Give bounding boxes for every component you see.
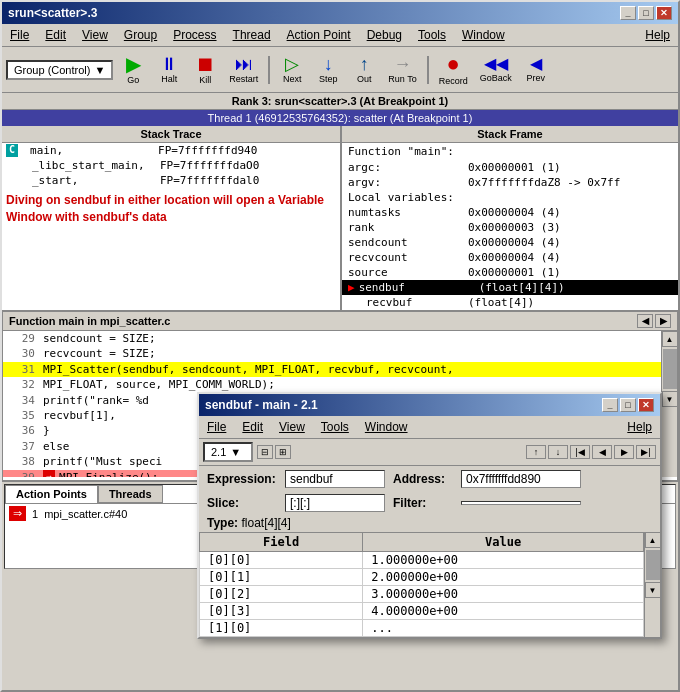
kill-icon: ⏹ — [195, 54, 215, 74]
filter-input[interactable] — [461, 501, 581, 505]
menu-process[interactable]: Process — [169, 26, 220, 44]
maximize-button[interactable]: □ — [638, 6, 654, 20]
prev-label: Prev — [526, 73, 545, 83]
menu-window[interactable]: Window — [458, 26, 509, 44]
menu-view[interactable]: View — [78, 26, 112, 44]
ap-location: mpi_scatter.c#40 — [44, 508, 127, 520]
menu-thread[interactable]: Thread — [229, 26, 275, 44]
menu-group[interactable]: Group — [120, 26, 161, 44]
scroll-down-btn[interactable]: ▼ — [662, 391, 678, 407]
sub-minimize-button[interactable]: _ — [602, 398, 618, 412]
sub-menu-view[interactable]: View — [275, 418, 309, 436]
annotation-box: Diving on sendbuf in either location wil… — [2, 188, 340, 230]
frame-sendcount: sendcount 0x00000004 (4) — [342, 235, 678, 250]
ap-number: 1 — [32, 508, 38, 520]
stack-func-main: main, — [30, 144, 150, 157]
halt-button[interactable]: ⏸ Halt — [153, 52, 185, 87]
sub-nav-last[interactable]: ▶| — [636, 445, 656, 459]
sub-toolbar-left: 2.1 ▼ ⊟ ⊞ — [203, 442, 291, 462]
sub-close-button[interactable]: ✕ — [638, 398, 654, 412]
sub-nav-btn1[interactable]: ⊟ — [257, 445, 273, 459]
record-button[interactable]: ● Record — [435, 50, 472, 89]
frame-recvbuf-val: (float[4]) — [468, 296, 534, 309]
table-cell-field: [0][0] — [200, 552, 363, 569]
menu-help[interactable]: Help — [641, 26, 674, 44]
table-cell-value: 4.000000e+00 — [363, 603, 644, 620]
code-scrollbar[interactable]: ▲ ▼ — [661, 331, 677, 477]
table-cell-value: ... — [363, 620, 644, 637]
frame-sendbuf-val: (float[4][4]) — [479, 281, 565, 294]
sub-menu-file[interactable]: File — [203, 418, 230, 436]
code-line-30: 30 recvcount = SIZE; — [3, 346, 661, 361]
stack-trace-header: Stack Trace — [2, 126, 340, 143]
sub-menu-tools[interactable]: Tools — [317, 418, 353, 436]
panels-container: Stack Trace C main, FP=7fffffffd940 _lib… — [2, 126, 678, 311]
out-button[interactable]: ↑ Out — [348, 52, 380, 87]
menu-actionpoint[interactable]: Action Point — [283, 26, 355, 44]
goback-label: GoBack — [480, 73, 512, 83]
expression-label: Expression: — [207, 472, 277, 486]
goback-button[interactable]: ◀◀ GoBack — [476, 53, 516, 86]
frame-sendbuf[interactable]: ▶ sendbuf (float[4][4]) — [342, 280, 678, 295]
expression-input[interactable]: sendbuf — [285, 470, 385, 488]
var-table-scrollbar[interactable]: ▲ ▼ — [644, 532, 660, 637]
c-badge: C — [6, 144, 18, 157]
close-button[interactable]: ✕ — [656, 6, 672, 20]
sub-nav-down[interactable]: ↓ — [548, 445, 568, 459]
stack-addr-main: FP=7fffffffd940 — [158, 144, 257, 157]
sub-menu-bar: File Edit View Tools Window Help — [199, 416, 660, 439]
frame-numtasks-val: 0x00000004 (4) — [468, 206, 561, 219]
menu-tools[interactable]: Tools — [414, 26, 450, 44]
kill-label: Kill — [199, 75, 211, 85]
var-scroll-up[interactable]: ▲ — [645, 532, 661, 548]
menu-file[interactable]: File — [6, 26, 33, 44]
sub-menu-help[interactable]: Help — [623, 418, 656, 436]
table-row: [1][0]... — [200, 620, 644, 637]
table-row: [0][1]2.000000e+00 — [200, 569, 644, 586]
sub-window-title: sendbuf - main - 2.1 — [205, 398, 318, 412]
code-nav-left[interactable]: ◀ — [637, 314, 653, 328]
sub-nav-btn2[interactable]: ⊞ — [275, 445, 291, 459]
minimize-button[interactable]: _ — [620, 6, 636, 20]
code-line-31: 31 MPI_Scatter(sendbuf, sendcount, MPI_F… — [3, 362, 661, 377]
step-button[interactable]: ↓ Step — [312, 52, 344, 87]
slice-input[interactable]: [:][:] — [285, 494, 385, 512]
var-scroll-down[interactable]: ▼ — [645, 582, 661, 598]
code-nav-right[interactable]: ▶ — [655, 314, 671, 328]
tab-threads[interactable]: Threads — [98, 485, 163, 503]
scroll-up-btn[interactable]: ▲ — [662, 331, 678, 347]
frame-recvcount-key: recvcount — [348, 251, 468, 264]
scroll-thumb[interactable] — [663, 349, 677, 389]
sub-maximize-button[interactable]: □ — [620, 398, 636, 412]
runto-button[interactable]: → Run To — [384, 52, 420, 87]
restart-button[interactable]: ⏭ Restart — [225, 52, 262, 87]
var-scroll-thumb[interactable] — [646, 550, 660, 580]
frame-argc: argc: 0x00000001 (1) — [342, 160, 678, 175]
table-header-value: Value — [363, 533, 644, 552]
prev-button[interactable]: ◀ Prev — [520, 53, 552, 86]
sub-nav-prev[interactable]: ◀ — [592, 445, 612, 459]
sub-rank-selector[interactable]: 2.1 ▼ — [203, 442, 253, 462]
sub-window-sendbuf: sendbuf - main - 2.1 _ □ ✕ File Edit Vie… — [197, 392, 662, 639]
sub-menu-edit[interactable]: Edit — [238, 418, 267, 436]
go-label: Go — [127, 75, 139, 85]
next-button[interactable]: ▷ Next — [276, 52, 308, 87]
sub-menu-window[interactable]: Window — [361, 418, 412, 436]
group-selector[interactable]: Group (Control) ▼ — [6, 60, 113, 80]
tab-action-points[interactable]: Action Points — [5, 485, 98, 503]
halt-label: Halt — [161, 74, 177, 84]
sub-toolbar: 2.1 ▼ ⊟ ⊞ ↑ ↓ |◀ ◀ ▶ ▶| — [199, 439, 660, 466]
menu-debug[interactable]: Debug — [363, 26, 406, 44]
go-button[interactable]: ▶ Go — [117, 51, 149, 88]
stack-entry-main: C main, FP=7fffffffd940 — [2, 143, 340, 158]
sub-nav-next-r[interactable]: ▶ — [614, 445, 634, 459]
frame-numtasks-key: numtasks — [348, 206, 468, 219]
sub-nav-up[interactable]: ↑ — [526, 445, 546, 459]
group-selector-label: Group (Control) — [14, 64, 90, 76]
kill-button[interactable]: ⏹ Kill — [189, 51, 221, 88]
code-panel-header: Function main in mpi_scatter.c ◀ ▶ — [3, 312, 677, 331]
menu-edit[interactable]: Edit — [41, 26, 70, 44]
sub-nav-first[interactable]: |◀ — [570, 445, 590, 459]
stack-badge-libc — [6, 159, 24, 172]
address-input[interactable]: 0x7fffffffdd890 — [461, 470, 581, 488]
